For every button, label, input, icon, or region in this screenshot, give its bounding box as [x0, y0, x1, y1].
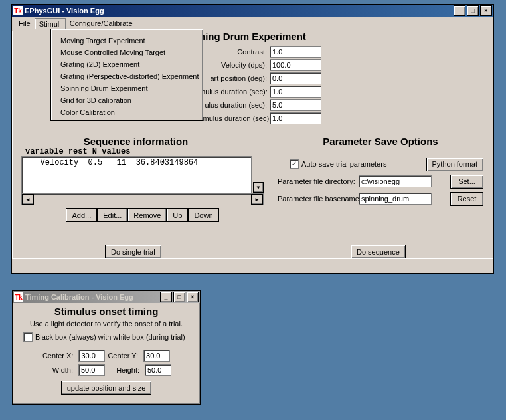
python-format-button[interactable]: Python format — [426, 158, 483, 171]
lbl-velocity: Velocity (dps): — [199, 61, 270, 69]
minimize-button[interactable]: _ — [454, 5, 465, 16]
input-stimdur2[interactable] — [270, 99, 321, 111]
input-param-base[interactable] — [359, 193, 432, 205]
scroll-left-icon[interactable]: ◄ — [22, 194, 34, 205]
edit-button[interactable]: Edit... — [97, 208, 127, 222]
input-width[interactable] — [78, 364, 105, 376]
stimuli-dropdown: Moving Target Experiment Mouse Controlle… — [50, 29, 203, 121]
blackbox-label: Black box (always) with white box (durin… — [35, 333, 185, 341]
scroll-down-icon[interactable]: ▼ — [253, 182, 264, 193]
param-save-title: Parameter Save Options — [278, 136, 483, 147]
lbl-width: Width: — [41, 366, 76, 374]
seq-hscroll[interactable]: ◄ ► — [21, 193, 264, 205]
seq-vscroll[interactable]: ▼ — [252, 156, 263, 193]
mi-color-calibration[interactable]: Color Calibration — [51, 106, 203, 118]
reset-button[interactable]: Reset — [450, 192, 483, 206]
main-titlebar[interactable]: Tk EPhysGUI - Vision Egg _ □ × — [12, 5, 493, 17]
input-velocity[interactable] — [270, 59, 321, 71]
input-stimdur3[interactable] — [270, 112, 321, 124]
lbl-contrast: Contrast: — [199, 48, 270, 56]
timing-window-title: Timing Calibration - Vision Egg — [25, 293, 133, 301]
do-sequence-button[interactable]: Do sequence — [351, 245, 406, 259]
do-single-trial-button[interactable]: Do single trial — [105, 245, 161, 259]
input-stimdur1[interactable] — [270, 86, 321, 98]
mi-moving-target[interactable]: Moving Target Experiment — [51, 35, 203, 47]
timing-heading: Stimulus onset timing — [19, 306, 193, 317]
menu-file[interactable]: File — [15, 18, 35, 29]
maximize-button[interactable]: □ — [173, 292, 185, 302]
timing-titlebar[interactable]: Tk Timing Calibration - Vision Egg _ □ × — [13, 291, 200, 303]
input-start-pos[interactable] — [270, 72, 321, 84]
mi-spinning-drum[interactable]: Spinning Drum Experiment — [51, 82, 203, 94]
scroll-right-icon[interactable]: ► — [251, 194, 263, 205]
set-button[interactable]: Set... — [450, 175, 483, 189]
lbl-param-base: Parameter file basename: — [278, 195, 359, 203]
seq-header: variable rest N values — [21, 147, 264, 156]
up-button[interactable]: Up — [167, 208, 188, 222]
lbl-centery: Center Y: — [108, 352, 141, 360]
auto-save-checkbox[interactable] — [290, 159, 299, 169]
maximize-button[interactable]: □ — [467, 5, 479, 16]
lbl-height: Height: — [108, 366, 142, 374]
minimize-button[interactable]: _ — [160, 292, 172, 302]
seq-row[interactable]: Velocity 0.5 11 36.8403149864 — [22, 157, 251, 169]
auto-save-label: Auto save trial parameters — [301, 160, 386, 168]
close-button[interactable]: × — [480, 5, 492, 16]
main-window: Tk EPhysGUI - Vision Egg _ □ × File Stim… — [11, 4, 494, 274]
input-height[interactable] — [145, 364, 171, 376]
lbl-start-pos: art position (deg): — [199, 74, 270, 82]
app-icon: Tk — [13, 6, 23, 15]
status-bar: Ready — [12, 258, 493, 273]
lbl-param-dir: Parameter file directory: — [278, 177, 359, 185]
input-centerx[interactable] — [78, 350, 105, 362]
lbl-stimdur2: ulus duration (sec): — [199, 101, 270, 109]
menu-configure[interactable]: Configure/Calibrate — [66, 18, 137, 29]
update-pos-size-button[interactable]: update position and size — [61, 381, 152, 395]
menu-stimuli[interactable]: Stimuli — [35, 18, 66, 29]
menu-separator — [55, 33, 199, 33]
lbl-stimdur1: mulus duration (sec): — [199, 88, 270, 96]
mi-mouse-target[interactable]: Mouse Controlled Moving Target — [51, 47, 203, 58]
mi-grid-3d[interactable]: Grid for 3D calibration — [51, 94, 203, 106]
mi-grating-perspective[interactable]: Grating (Perspective-distorted) Experime… — [51, 70, 203, 82]
sequence-listbox[interactable]: Velocity 0.5 11 36.8403149864 — [21, 156, 252, 193]
window-title: EPhysGUI - Vision Egg — [25, 7, 104, 15]
seq-title: Sequence information — [21, 136, 250, 147]
down-button[interactable]: Down — [188, 208, 218, 222]
input-centery[interactable] — [143, 350, 170, 362]
lbl-stimdur3: timulus duration (sec): — [199, 114, 270, 122]
timing-desc: Use a light detector to verify the onset… — [19, 320, 193, 328]
input-param-dir[interactable] — [359, 175, 432, 187]
progress-bar — [149, 261, 353, 271]
input-contrast[interactable] — [270, 46, 321, 58]
mi-grating-2d[interactable]: Grating (2D) Experiment — [51, 58, 203, 70]
timing-window: Tk Timing Calibration - Vision Egg _ □ ×… — [12, 290, 201, 405]
close-button[interactable]: × — [187, 292, 199, 302]
remove-button[interactable]: Remove — [127, 208, 167, 222]
add-button[interactable]: Add... — [66, 208, 97, 222]
blackbox-checkbox[interactable] — [23, 332, 33, 342]
app-icon: Tk — [14, 292, 23, 302]
lbl-centerx: Center X: — [42, 352, 76, 360]
experiment-title: ning Drum Experiment — [199, 31, 345, 42]
